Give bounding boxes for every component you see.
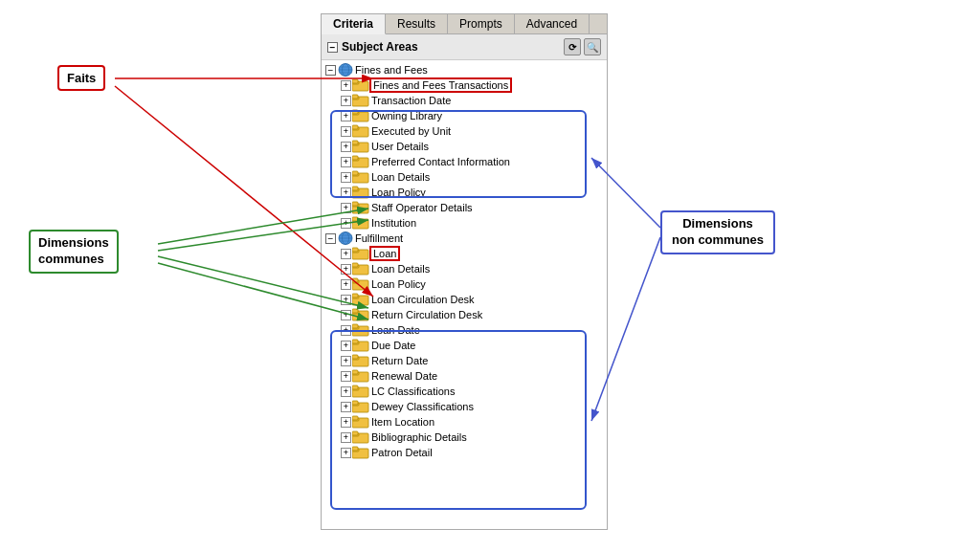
svg-rect-42 xyxy=(352,248,358,252)
tree-item-staff-operator[interactable]: + Staff Operator Details xyxy=(322,200,607,215)
tree-item-item-location[interactable]: + Item Location xyxy=(322,414,607,430)
svg-rect-7 xyxy=(352,79,358,83)
tab-advanced[interactable]: Advanced xyxy=(515,14,590,33)
item-label-bibliographic-details: Bibliographic Details xyxy=(371,431,467,443)
tree-container[interactable]: − Fines and Fees+ Fines and Fees Transac… xyxy=(322,60,607,529)
collapse-fines-and-fees[interactable]: − xyxy=(325,65,336,76)
expand-transaction-date[interactable]: + xyxy=(341,96,351,106)
tab-criteria[interactable]: Criteria xyxy=(322,14,386,34)
svg-rect-31 xyxy=(352,202,358,206)
annotation-dim-communes: Dimensionscommunes xyxy=(29,230,119,274)
expand-return-circulation-desk[interactable]: + xyxy=(341,310,351,320)
expand-lc-classifications[interactable]: + xyxy=(341,386,351,397)
tree-item-loan[interactable]: + Loan xyxy=(322,246,607,261)
tree-item-patron-detail[interactable]: + Patron Detail xyxy=(322,445,607,460)
tree-item-loan-details-1[interactable]: + Loan Details xyxy=(322,169,607,185)
item-label-owning-library: Owning Library xyxy=(371,110,442,121)
expand-owning-library[interactable]: + xyxy=(341,111,351,121)
tree-item-loan-details-2[interactable]: + Loan Details xyxy=(322,261,607,276)
subject-areas-title: − Subject Areas xyxy=(327,40,418,54)
tree-item-preferred-contact[interactable]: + Preferred Contact Information xyxy=(322,154,607,169)
expand-preferred-contact[interactable]: + xyxy=(341,157,351,167)
expand-loan-date[interactable]: + xyxy=(341,325,351,336)
expand-bibliographic-details[interactable]: + xyxy=(341,432,351,443)
expand-executed-by-unit[interactable]: + xyxy=(341,126,351,137)
expand-patron-detail[interactable]: + xyxy=(341,448,351,458)
svg-rect-48 xyxy=(352,278,358,282)
collapse-fulfillment[interactable]: − xyxy=(325,233,336,244)
expand-staff-operator[interactable]: + xyxy=(341,203,351,213)
expand-loan[interactable]: + xyxy=(341,249,351,259)
tree-item-user-details[interactable]: + User Details xyxy=(322,139,607,154)
group-label-fines-and-fees: Fines and Fees xyxy=(355,64,428,76)
item-label-user-details: User Details xyxy=(371,141,429,152)
tree-item-due-date[interactable]: + Due Date xyxy=(322,338,607,353)
expand-loan-details-2[interactable]: + xyxy=(341,264,351,275)
svg-rect-19 xyxy=(352,141,358,144)
tree-item-loan-policy-1[interactable]: + Loan Policy xyxy=(322,185,607,200)
svg-rect-45 xyxy=(352,263,358,267)
expand-loan-policy-2[interactable]: + xyxy=(341,279,351,290)
item-label-loan-policy-2: Loan Policy xyxy=(371,278,426,290)
tree-item-dewey-classifications[interactable]: + Dewey Classifications xyxy=(322,399,607,414)
expand-item-location[interactable]: + xyxy=(341,417,351,428)
tree-item-return-circulation-desk[interactable]: + Return Circulation Desk xyxy=(322,307,607,322)
collapse-subject-areas[interactable]: − xyxy=(327,42,338,53)
expand-institution[interactable]: + xyxy=(341,218,351,229)
tree-item-loan-date[interactable]: + Loan Date xyxy=(322,322,607,338)
item-label-return-date: Return Date xyxy=(371,355,428,366)
item-label-preferred-contact: Preferred Contact Information xyxy=(371,156,510,167)
item-label-staff-operator: Staff Operator Details xyxy=(371,202,473,213)
item-label-transaction-date: Transaction Date xyxy=(371,95,451,106)
subject-areas-label: Subject Areas xyxy=(342,40,418,54)
tree-item-loan-circulation-desk[interactable]: + Loan Circulation Desk xyxy=(322,292,607,307)
tab-results[interactable]: Results xyxy=(386,14,448,33)
search-icon[interactable]: 🔍 xyxy=(584,38,601,55)
tree-group-fines-and-fees[interactable]: − Fines and Fees xyxy=(322,62,607,77)
tree-item-bibliographic-details[interactable]: + Bibliographic Details xyxy=(322,430,607,445)
item-label-loan-details-1: Loan Details xyxy=(371,171,430,183)
svg-rect-66 xyxy=(352,370,358,374)
tree-item-fines-fees-transactions[interactable]: + Fines and Fees Transactions xyxy=(322,77,607,93)
expand-loan-details-1[interactable]: + xyxy=(341,172,351,183)
expand-renewal-date[interactable]: + xyxy=(341,371,351,382)
svg-rect-13 xyxy=(352,110,358,114)
expand-loan-circulation-desk[interactable]: + xyxy=(341,295,351,305)
item-label-institution: Institution xyxy=(371,217,416,229)
expand-return-date[interactable]: + xyxy=(341,356,351,366)
tree-item-transaction-date[interactable]: + Transaction Date xyxy=(322,93,607,108)
tree-item-loan-policy-2[interactable]: + Loan Policy xyxy=(322,276,607,292)
svg-rect-16 xyxy=(352,125,358,129)
expand-user-details[interactable]: + xyxy=(341,142,351,152)
refresh-icon[interactable]: ⟳ xyxy=(564,38,581,55)
tree-group-fulfillment[interactable]: − Fulfillment xyxy=(322,231,607,246)
subject-areas-header: − Subject Areas ⟳ 🔍 xyxy=(322,34,607,60)
svg-rect-69 xyxy=(352,386,358,389)
svg-rect-63 xyxy=(352,355,358,359)
tab-prompts[interactable]: Prompts xyxy=(448,14,515,33)
group-label-fulfillment: Fulfillment xyxy=(355,232,403,244)
header-icons: ⟳ 🔍 xyxy=(564,38,601,55)
svg-rect-57 xyxy=(352,324,358,328)
svg-rect-78 xyxy=(352,431,358,435)
item-label-loan-date: Loan Date xyxy=(371,324,420,336)
svg-rect-54 xyxy=(352,309,358,313)
tree-item-institution[interactable]: + Institution xyxy=(322,215,607,231)
expand-due-date[interactable]: + xyxy=(341,341,351,351)
annotation-dim-non-communes: Dimensionsnon communes xyxy=(660,210,775,254)
tree-item-owning-library[interactable]: + Owning Library xyxy=(322,108,607,123)
svg-rect-72 xyxy=(352,401,358,405)
tree-item-executed-by-unit[interactable]: + Executed by Unit xyxy=(322,123,607,139)
svg-rect-22 xyxy=(352,156,358,160)
svg-rect-28 xyxy=(352,187,358,190)
item-label-patron-detail: Patron Detail xyxy=(371,447,433,458)
expand-loan-policy-1[interactable]: + xyxy=(341,187,351,198)
expand-fines-fees-transactions[interactable]: + xyxy=(341,80,351,91)
item-label-return-circulation-desk: Return Circulation Desk xyxy=(371,309,482,320)
tree-item-renewal-date[interactable]: + Renewal Date xyxy=(322,368,607,384)
subject-areas-panel: Criteria Results Prompts Advanced − Subj… xyxy=(321,13,608,530)
expand-dewey-classifications[interactable]: + xyxy=(341,402,351,412)
svg-rect-34 xyxy=(352,217,358,221)
tree-item-return-date[interactable]: + Return Date xyxy=(322,353,607,368)
tree-item-lc-classifications[interactable]: + LC Classifications xyxy=(322,384,607,399)
